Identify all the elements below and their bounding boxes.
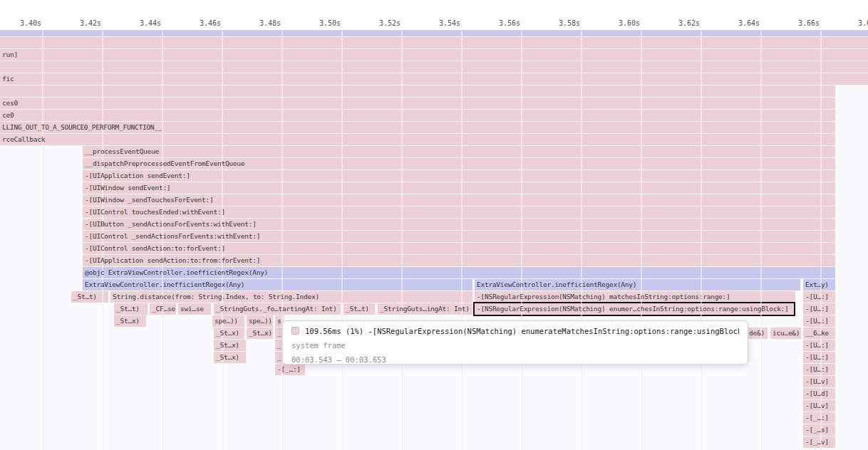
flame-cell[interactable]: run] <box>0 49 868 61</box>
flame-cell[interactable]: -[U…v] <box>803 376 835 387</box>
flame-cell-label: -[UIControl sendAction:to:forEvent:] <box>83 243 835 254</box>
flame-cell[interactable]: -[U…d] <box>803 388 835 399</box>
flame-cell[interactable]: -[UIWindow _sendTouchesForEvent:] <box>83 194 835 206</box>
flame-cell[interactable]: _St…x) <box>114 315 146 327</box>
flame-cell-label: _St…t) <box>114 303 148 315</box>
flame-cell-label: _St…x) <box>214 328 244 339</box>
flame-cell[interactable]: -[UIControl sendAction:to:forEvent:] <box>83 243 835 254</box>
flame-cell[interactable]: __processEventQueue <box>83 146 835 157</box>
flame-cell-label: -[UIApplication sendAction:to:from:forEv… <box>83 255 835 266</box>
flame-cell-label: -[UIControl _sendActionsForEvents:withEv… <box>83 231 835 242</box>
flame-cell[interactable]: spe…)) <box>247 315 273 327</box>
flame-cell[interactable]: _St…x) <box>214 340 246 351</box>
tooltip: 109.56ms (1%) -[NSRegularExpression(NSMa… <box>282 320 748 365</box>
flame-cell-label: -[_…:] <box>803 412 835 424</box>
flame-cell[interactable]: -[U…:] <box>803 352 835 363</box>
flame-cell-label: Ext…y) <box>803 279 835 291</box>
flame-cell[interactable]: -[NSRegularExpression(NSMatching) matche… <box>475 291 795 303</box>
flame-cell-label: -[U…v] <box>803 400 835 412</box>
flame-cell-label: _St…t) <box>343 303 375 315</box>
flame-cell-selected[interactable]: -[NSRegularExpression(NSMatching) enumer… <box>475 303 794 315</box>
flame-cell[interactable]: -[U…:] <box>803 315 835 327</box>
tooltip-title-line: 109.56ms (1%) -[NSRegularExpression(NSMa… <box>291 326 739 337</box>
flame-cell-label: -[U…d] <box>803 388 835 399</box>
flame-cell[interactable]: de&) <box>747 328 768 339</box>
flame-cell-label: spe…)) <box>247 315 273 327</box>
flame-cell-label: swi…se <box>178 303 211 315</box>
flame-cell[interactable]: -[_…s] <box>803 424 835 436</box>
flame-cell[interactable]: ExtraViewController.inefficientRegex(Any… <box>475 279 800 291</box>
timeline-ruler[interactable]: 3.40s3.42s3.44s3.46s3.48s3.50s3.52s3.54s… <box>0 0 868 31</box>
flame-cell-label: -[NSRegularExpression(NSMatching) matche… <box>475 291 795 303</box>
flame-cell[interactable]: _St…t) <box>114 303 148 315</box>
flame-cell-label: _St…t) <box>71 291 108 303</box>
flame-cell[interactable]: -[UIApplication sendAction:to:from:forEv… <box>83 255 835 266</box>
flame-cell-label: icu…e&) <box>770 328 801 339</box>
flame-cell-label: __6…ke <box>803 328 835 339</box>
flame-cell-label: -[_…v] <box>803 436 835 448</box>
flame-cell[interactable]: -[U…:] <box>803 364 835 375</box>
flame-cell[interactable]: _St…t) <box>343 303 375 315</box>
flame-cell[interactable]: rceCallback <box>0 134 835 145</box>
flame-cell[interactable]: -[_…:] <box>275 364 305 375</box>
flame-cell[interactable]: __6…ke <box>803 328 835 339</box>
flame-cell-label: -[UIWindow _sendTouchesForEvent:] <box>83 194 835 206</box>
ruler-tick-label: 3.66s <box>780 19 820 27</box>
flame-cell-label: -[UIApplication sendEvent:] <box>83 170 835 182</box>
flame-cell-label: __dispatchPreprocessedEventFromEventQueu… <box>83 158 835 169</box>
flame-cell[interactable] <box>0 61 868 73</box>
flame-cell[interactable]: @objc ExtraViewController.inefficientReg… <box>83 267 835 278</box>
ruler-tick-label: 3.48s <box>241 19 281 27</box>
flame-cell-label: -[_…s] <box>803 424 835 436</box>
flame-cell[interactable]: -[_…v] <box>803 436 835 448</box>
flame-cell[interactable]: _CF…se <box>150 303 176 315</box>
ruler-tick-label: 3.54s <box>420 19 460 27</box>
flame-cell-label: _St…x) <box>214 352 246 363</box>
flame-cell-label: -[_…:] <box>275 364 305 375</box>
flame-cell[interactable]: String.distance(from: String.Index, to: … <box>110 291 472 303</box>
flame-cell[interactable]: ces0 <box>0 98 835 109</box>
flame-cell[interactable] <box>0 85 835 97</box>
flame-cell[interactable]: ce0 <box>0 110 835 121</box>
flame-cell[interactable]: ExtraViewController.inefficientRegex(Any… <box>83 279 472 291</box>
flame-cell-label: _St…x) <box>114 315 146 327</box>
flame-cell[interactable]: icu…e&) <box>770 328 801 339</box>
flame-cell-label: -[UIWindow sendEvent:] <box>83 182 835 194</box>
flame-cell-label: -[U…:] <box>803 303 835 315</box>
flame-cell[interactable]: -[UIWindow sendEvent:] <box>83 182 835 194</box>
flame-cell[interactable]: _StringGuts._fo…tartingAt: Int) <box>214 303 341 315</box>
flame-cell-label: -[U…:] <box>803 291 835 303</box>
flame-cell-label: -[U…:] <box>803 315 835 327</box>
flame-cell[interactable]: _St…x) <box>247 328 273 339</box>
tooltip-subtitle: system frame <box>291 340 739 351</box>
flame-cell[interactable]: _St…x) <box>214 328 244 339</box>
flame-cell[interactable]: spe…)) <box>212 315 244 327</box>
flame-cell-label: -[U…:] <box>803 364 835 375</box>
flame-cell[interactable]: -[_…:] <box>803 412 835 424</box>
flame-cell-label: -[NSRegularExpression(NSMatching) enumer… <box>475 303 794 315</box>
flame-cell[interactable]: LLING_OUT_TO_A_SOURCE0_PERFORM_FUNCTION_… <box>0 122 835 133</box>
flame-cell[interactable]: _St…t) <box>71 291 108 303</box>
flame-cell[interactable]: -[UIControl touchesEnded:withEvent:] <box>83 206 835 218</box>
flame-cell[interactable]: -[U…v] <box>803 400 835 412</box>
flame-cell[interactable]: -[UIButton _sendActionsForEvents:withEve… <box>83 219 835 230</box>
flame-cell[interactable]: -[UIControl _sendActionsForEvents:withEv… <box>83 231 835 242</box>
flame-cell[interactable]: __dispatchPreprocessedEventFromEventQueu… <box>83 158 835 169</box>
flame-cell-label: run] <box>0 49 868 61</box>
flame-cell[interactable] <box>0 37 868 48</box>
flame-cell[interactable]: -[U…:] <box>803 303 835 315</box>
flame-cell[interactable]: -[U…:] <box>803 291 835 303</box>
flame-cell-label: _CF…se <box>150 303 176 315</box>
ruler-tick-label: 3.50s <box>301 19 341 27</box>
flame-cell-label: __processEventQueue <box>83 146 835 157</box>
flame-cell[interactable]: Ext…y) <box>803 279 835 291</box>
flame-cell-label: String.distance(from: String.Index, to: … <box>110 291 472 303</box>
flame-cell[interactable]: -[UIApplication sendEvent:] <box>83 170 835 182</box>
flame-cell[interactable]: fic <box>0 73 868 85</box>
flame-cell[interactable]: -[U…:] <box>803 340 835 351</box>
flame-cell[interactable]: swi…se <box>178 303 211 315</box>
flame-cell[interactable] <box>0 31 868 36</box>
flame-cell[interactable]: _StringGuts…ingAt: Int) <box>378 303 472 315</box>
flame-cell[interactable]: _St…x) <box>214 352 246 363</box>
ruler-tick-label: 3.56s <box>480 19 520 27</box>
